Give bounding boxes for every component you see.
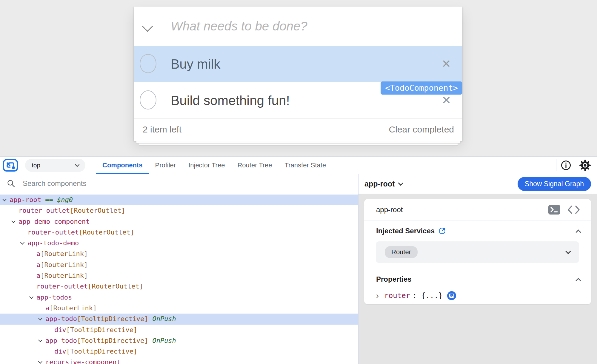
element-name: a (36, 270, 40, 281)
element-name: a (36, 260, 40, 270)
tree-row-recursive-component[interactable]: recursive-component (0, 357, 358, 364)
injected-services-header[interactable]: Injected Services (364, 220, 591, 241)
tree-row-div[interactable]: div[TooltipDirective] (0, 325, 358, 335)
directive-label: [TooltipDirective] (77, 314, 148, 324)
todo-toggle-checkbox[interactable] (140, 90, 156, 109)
info-icon[interactable] (556, 160, 576, 171)
service-chip-router[interactable]: Router (385, 246, 418, 258)
tree-row-a[interactable]: a[RouterLink] (0, 260, 358, 270)
element-name: div (54, 346, 66, 357)
todo-app-card: Buy milk✕Build something fun!✕ <TodoComp… (134, 7, 462, 141)
collapse-chevron-icon[interactable] (576, 229, 581, 235)
selected-component-dropdown[interactable]: app-root (364, 180, 403, 188)
tree-row-div[interactable]: div[TooltipDirective] (0, 346, 358, 357)
injected-services-title: Injected Services (376, 227, 435, 235)
code-icon[interactable] (567, 205, 580, 214)
console-reference-equals: == (41, 195, 57, 205)
expand-chevron-icon[interactable]: › (376, 291, 379, 300)
tree-row-a[interactable]: a[RouterLink] (0, 303, 358, 314)
tree-row-app-demo-component[interactable]: app-demo-component (0, 216, 358, 227)
search-row (0, 174, 358, 193)
details-card-header: app-root (364, 199, 591, 220)
console-reference-name: $ng0 (57, 195, 73, 205)
element-name: router-outlet (27, 227, 79, 238)
todo-item[interactable]: Buy milk✕ (134, 46, 462, 82)
screenshot-root: Buy milk✕Build something fun!✕ <TodoComp… (0, 0, 597, 364)
tree-row-app-todo[interactable]: app-todo[TooltipDirective]OnPush (0, 335, 358, 346)
component-details-panel: app-root Show Signal Graph app-root (358, 174, 597, 364)
new-todo-input[interactable] (134, 7, 462, 46)
directive-label: [RouterOutlet] (79, 227, 134, 238)
change-detection-badge: OnPush (152, 314, 176, 324)
element-name: app-todo-demo (27, 238, 79, 249)
frame-selector-value: top (32, 162, 40, 169)
injected-service-row[interactable]: Router (376, 241, 579, 263)
todo-toggle-checkbox[interactable] (140, 54, 156, 73)
directive-label: [RouterOutlet] (88, 281, 143, 292)
todo-header (134, 7, 462, 46)
frame-selector-dropdown[interactable]: top (25, 159, 85, 172)
close-icon[interactable]: ✕ (441, 46, 451, 82)
property-row-router[interactable]: ›router: {...} (376, 288, 591, 303)
property-key: router (384, 291, 410, 300)
element-name: div (54, 325, 66, 335)
clear-completed-button[interactable]: Clear completed (389, 119, 454, 140)
selected-component-name: app-root (364, 180, 395, 188)
external-link-icon[interactable] (438, 227, 446, 235)
todo-label: Buy milk (171, 46, 220, 82)
chevron-down-icon[interactable] (3, 195, 10, 205)
tree-row-app-root[interactable]: app-root == $ng0 (0, 195, 358, 205)
items-left-count: 2 item left (143, 119, 181, 140)
tree-row-a[interactable]: a[RouterLink] (0, 249, 358, 259)
inspect-element-icon[interactable] (3, 158, 18, 172)
tree-row-router-outlet[interactable]: router-outlet[RouterOutlet] (0, 227, 358, 238)
tab-profiler[interactable]: Profiler (149, 157, 182, 174)
tree-row-a[interactable]: a[RouterLink] (0, 270, 358, 281)
component-tree-panel: app-root == $ng0router-outlet[RouterOutl… (0, 174, 358, 364)
collapse-chevron-icon[interactable] (576, 278, 581, 283)
element-name: app-root (10, 195, 41, 205)
change-detection-badge: OnPush (152, 335, 176, 346)
chevron-down-icon[interactable] (21, 238, 27, 249)
tab-injector-tree[interactable]: Injector Tree (182, 157, 231, 174)
directive-label: [TooltipDirective] (66, 346, 137, 357)
element-name: router-outlet (19, 205, 70, 216)
tree-row-app-todo-demo[interactable]: app-todo-demo (0, 238, 358, 249)
gear-icon[interactable] (576, 160, 595, 171)
details-header: app-root Show Signal Graph (358, 174, 597, 194)
show-signal-graph-button[interactable]: Show Signal Graph (518, 177, 591, 191)
todo-label: Build something fun! (171, 82, 290, 118)
tab-transfer-state[interactable]: Transfer State (279, 157, 333, 174)
todo-footer: 2 item left Clear completed (134, 119, 462, 142)
tree-row-router-outlet[interactable]: router-outlet[RouterOutlet] (0, 205, 358, 216)
element-name: app-todos (36, 292, 72, 303)
terminal-badge-icon[interactable] (447, 291, 456, 300)
console-icon[interactable] (548, 205, 561, 215)
search-components-input[interactable] (22, 179, 358, 188)
chevron-down-icon[interactable] (39, 314, 45, 324)
element-name: recursive-component (45, 357, 121, 364)
properties-title: Properties (376, 275, 412, 283)
chevron-down-icon[interactable] (30, 292, 36, 303)
element-name: a (45, 303, 49, 314)
directive-label: [TooltipDirective] (77, 335, 148, 346)
element-name: app-todo (45, 314, 77, 324)
devtools-toolbar: top ComponentsProfilerInjector TreeRoute… (0, 157, 597, 174)
properties-header[interactable]: Properties (364, 270, 591, 288)
chevron-down-icon[interactable] (39, 357, 45, 364)
search-icon (7, 179, 16, 188)
chevron-down-icon[interactable] (39, 335, 45, 346)
chevron-down-icon (75, 162, 80, 167)
directive-label: [RouterOutlet] (70, 205, 125, 216)
tree-row-app-todos[interactable]: app-todos (0, 292, 358, 303)
tree-row-router-outlet[interactable]: router-outlet[RouterOutlet] (0, 281, 358, 292)
component-tooltip-badge: <TodoComponent> (381, 81, 462, 95)
devtools-tabs: ComponentsProfilerInjector TreeRouter Tr… (96, 157, 332, 174)
chevron-down-icon (398, 180, 404, 186)
property-value: : {...} (413, 291, 443, 300)
tab-router-tree[interactable]: Router Tree (231, 157, 278, 174)
component-tree: app-root == $ng0router-outlet[RouterOutl… (0, 193, 358, 364)
tab-components[interactable]: Components (96, 157, 149, 174)
chevron-down-icon[interactable] (12, 216, 19, 227)
tree-row-app-todo[interactable]: app-todo[TooltipDirective]OnPush (0, 314, 358, 324)
